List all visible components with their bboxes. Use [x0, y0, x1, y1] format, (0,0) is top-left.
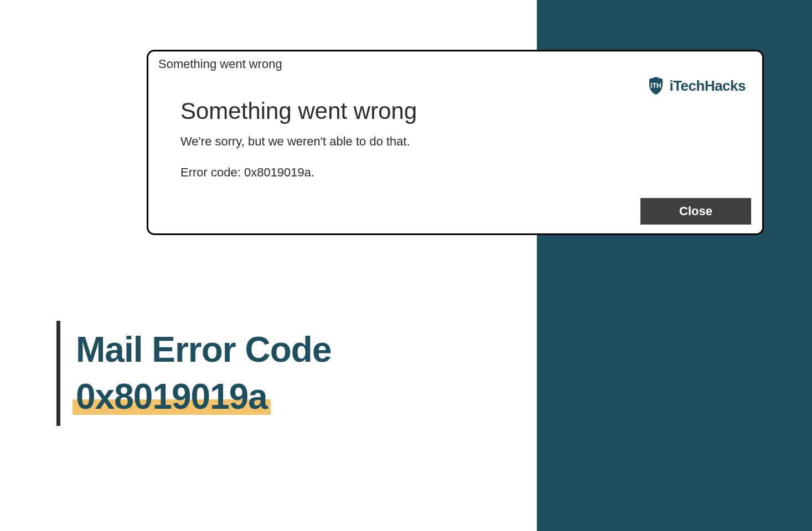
dialog-heading: Something went wrong: [180, 98, 752, 124]
title-text: Mail Error Code 0x8019019a: [76, 321, 332, 426]
article-title-line1: Mail Error Code: [76, 329, 332, 371]
article-title-line2: 0x8019019a: [76, 376, 267, 418]
itechhacks-shield-icon: ITH: [646, 76, 666, 96]
svg-text:ITH: ITH: [651, 82, 661, 90]
brand-name: iTechHacks: [669, 77, 746, 95]
dialog-message: We're sorry, but we weren't able to do t…: [180, 134, 752, 149]
error-dialog: Something went wrong ITH iTechHacks Some…: [147, 50, 764, 235]
close-button[interactable]: Close: [640, 198, 751, 225]
dialog-error-code: Error code: 0x8019019a.: [180, 165, 752, 180]
brand-logo: ITH iTechHacks: [646, 76, 746, 96]
dialog-window-title: Something went wrong: [158, 57, 752, 71]
article-title-block: Mail Error Code 0x8019019a: [56, 321, 332, 426]
title-divider: [56, 321, 60, 426]
